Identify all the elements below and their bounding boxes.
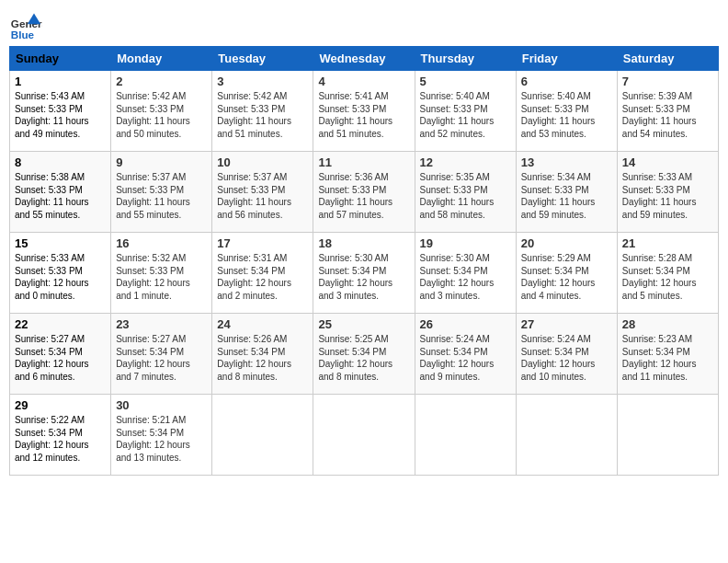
cell-content: Sunrise: 5:42 AMSunset: 5:33 PMDaylight:… — [217, 91, 291, 139]
cell-content: Sunrise: 5:28 AMSunset: 5:34 PMDaylight:… — [622, 253, 697, 301]
header-sunday: Sunday — [10, 47, 111, 71]
day-number: 18 — [318, 236, 409, 250]
calendar-cell: 18 Sunrise: 5:30 AMSunset: 5:34 PMDaylig… — [313, 233, 415, 314]
cell-content: Sunrise: 5:30 AMSunset: 5:34 PMDaylight:… — [318, 253, 392, 301]
day-number: 19 — [420, 236, 511, 250]
cell-content: Sunrise: 5:40 AMSunset: 5:33 PMDaylight:… — [420, 91, 495, 139]
calendar-cell: 13 Sunrise: 5:34 AMSunset: 5:33 PMDaylig… — [516, 152, 617, 233]
cell-content: Sunrise: 5:32 AMSunset: 5:33 PMDaylight:… — [116, 253, 190, 301]
calendar-cell: 9 Sunrise: 5:37 AMSunset: 5:33 PMDayligh… — [111, 152, 212, 233]
header-saturday: Saturday — [617, 47, 718, 71]
calendar-cell: 3 Sunrise: 5:42 AMSunset: 5:33 PMDayligh… — [212, 71, 313, 152]
cell-content: Sunrise: 5:37 AMSunset: 5:33 PMDaylight:… — [116, 172, 190, 220]
day-number: 25 — [318, 317, 409, 331]
cell-content: Sunrise: 5:29 AMSunset: 5:34 PMDaylight:… — [521, 253, 596, 301]
calendar-cell: 15 Sunrise: 5:33 AMSunset: 5:33 PMDaylig… — [10, 233, 111, 314]
cell-content: Sunrise: 5:30 AMSunset: 5:34 PMDaylight:… — [420, 253, 495, 301]
calendar-cell: 2 Sunrise: 5:42 AMSunset: 5:33 PMDayligh… — [111, 71, 212, 152]
day-number: 23 — [116, 317, 207, 331]
calendar-cell: 19 Sunrise: 5:30 AMSunset: 5:34 PMDaylig… — [415, 233, 516, 314]
cell-content: Sunrise: 5:42 AMSunset: 5:33 PMDaylight:… — [116, 91, 190, 139]
calendar-cell: 28 Sunrise: 5:23 AMSunset: 5:34 PMDaylig… — [617, 314, 718, 395]
calendar-cell: 8 Sunrise: 5:38 AMSunset: 5:33 PMDayligh… — [10, 152, 111, 233]
cell-content: Sunrise: 5:34 AMSunset: 5:33 PMDaylight:… — [521, 172, 596, 220]
logo: General Blue — [9, 9, 42, 42]
day-number: 20 — [521, 236, 612, 250]
day-number: 22 — [15, 317, 106, 331]
cell-content: Sunrise: 5:27 AMSunset: 5:34 PMDaylight:… — [15, 334, 89, 382]
day-number: 29 — [15, 398, 106, 412]
day-number: 12 — [420, 155, 511, 169]
calendar-week-3: 15 Sunrise: 5:33 AMSunset: 5:33 PMDaylig… — [10, 233, 719, 314]
logo-icon: General Blue — [9, 9, 42, 42]
day-number: 8 — [15, 155, 106, 169]
calendar-cell: 21 Sunrise: 5:28 AMSunset: 5:34 PMDaylig… — [617, 233, 718, 314]
calendar-cell: 14 Sunrise: 5:33 AMSunset: 5:33 PMDaylig… — [617, 152, 718, 233]
calendar-week-1: 1 Sunrise: 5:43 AMSunset: 5:33 PMDayligh… — [10, 71, 719, 152]
calendar-cell: 20 Sunrise: 5:29 AMSunset: 5:34 PMDaylig… — [516, 233, 617, 314]
day-number: 10 — [217, 155, 308, 169]
calendar-cell: 12 Sunrise: 5:35 AMSunset: 5:33 PMDaylig… — [415, 152, 516, 233]
cell-content: Sunrise: 5:33 AMSunset: 5:33 PMDaylight:… — [622, 172, 697, 220]
calendar-week-4: 22 Sunrise: 5:27 AMSunset: 5:34 PMDaylig… — [10, 314, 719, 395]
day-number: 7 — [622, 75, 713, 88]
header-friday: Friday — [516, 47, 617, 71]
calendar-cell: 7 Sunrise: 5:39 AMSunset: 5:33 PMDayligh… — [617, 71, 718, 152]
header-thursday: Thursday — [415, 47, 516, 71]
day-number: 9 — [116, 155, 207, 169]
calendar-table: SundayMondayTuesdayWednesdayThursdayFrid… — [9, 46, 719, 476]
day-number: 11 — [318, 155, 409, 169]
calendar-cell — [415, 395, 516, 476]
cell-content: Sunrise: 5:26 AMSunset: 5:34 PMDaylight:… — [217, 334, 291, 382]
cell-content: Sunrise: 5:23 AMSunset: 5:34 PMDaylight:… — [622, 334, 697, 382]
cell-content: Sunrise: 5:31 AMSunset: 5:34 PMDaylight:… — [217, 253, 291, 301]
calendar-cell: 16 Sunrise: 5:32 AMSunset: 5:33 PMDaylig… — [111, 233, 212, 314]
calendar-cell: 1 Sunrise: 5:43 AMSunset: 5:33 PMDayligh… — [10, 71, 111, 152]
calendar-cell: 10 Sunrise: 5:37 AMSunset: 5:33 PMDaylig… — [212, 152, 313, 233]
calendar-cell: 11 Sunrise: 5:36 AMSunset: 5:33 PMDaylig… — [313, 152, 415, 233]
calendar-cell — [212, 395, 313, 476]
day-number: 4 — [318, 75, 409, 88]
calendar-cell: 22 Sunrise: 5:27 AMSunset: 5:34 PMDaylig… — [10, 314, 111, 395]
cell-content: Sunrise: 5:43 AMSunset: 5:33 PMDaylight:… — [15, 91, 89, 139]
calendar-cell: 26 Sunrise: 5:24 AMSunset: 5:34 PMDaylig… — [415, 314, 516, 395]
cell-content: Sunrise: 5:37 AMSunset: 5:33 PMDaylight:… — [217, 172, 291, 220]
cell-content: Sunrise: 5:25 AMSunset: 5:34 PMDaylight:… — [318, 334, 392, 382]
calendar-header-row: SundayMondayTuesdayWednesdayThursdayFrid… — [10, 47, 719, 71]
calendar-cell — [313, 395, 415, 476]
day-number: 2 — [116, 75, 207, 88]
cell-content: Sunrise: 5:39 AMSunset: 5:33 PMDaylight:… — [622, 91, 697, 139]
calendar-cell — [617, 395, 718, 476]
calendar-cell: 4 Sunrise: 5:41 AMSunset: 5:33 PMDayligh… — [313, 71, 415, 152]
svg-text:Blue: Blue — [11, 29, 35, 40]
cell-content: Sunrise: 5:41 AMSunset: 5:33 PMDaylight:… — [318, 91, 392, 139]
day-number: 24 — [217, 317, 308, 331]
day-number: 26 — [420, 317, 511, 331]
calendar-cell: 23 Sunrise: 5:27 AMSunset: 5:34 PMDaylig… — [111, 314, 212, 395]
calendar-cell: 25 Sunrise: 5:25 AMSunset: 5:34 PMDaylig… — [313, 314, 415, 395]
cell-content: Sunrise: 5:27 AMSunset: 5:34 PMDaylight:… — [116, 334, 190, 382]
cell-content: Sunrise: 5:40 AMSunset: 5:33 PMDaylight:… — [521, 91, 596, 139]
day-number: 3 — [217, 75, 308, 88]
calendar-cell: 30 Sunrise: 5:21 AMSunset: 5:34 PMDaylig… — [111, 395, 212, 476]
header-monday: Monday — [111, 47, 212, 71]
day-number: 14 — [622, 155, 713, 169]
day-number: 21 — [622, 236, 713, 250]
day-number: 27 — [521, 317, 612, 331]
calendar-cell — [516, 395, 617, 476]
day-number: 6 — [521, 75, 612, 88]
calendar-week-5: 29 Sunrise: 5:22 AMSunset: 5:34 PMDaylig… — [10, 395, 719, 476]
day-number: 15 — [15, 236, 106, 250]
day-number: 30 — [116, 398, 207, 412]
cell-content: Sunrise: 5:24 AMSunset: 5:34 PMDaylight:… — [521, 334, 596, 382]
calendar-cell: 17 Sunrise: 5:31 AMSunset: 5:34 PMDaylig… — [212, 233, 313, 314]
calendar-cell: 5 Sunrise: 5:40 AMSunset: 5:33 PMDayligh… — [415, 71, 516, 152]
day-number: 28 — [622, 317, 713, 331]
day-number: 13 — [521, 155, 612, 169]
cell-content: Sunrise: 5:22 AMSunset: 5:34 PMDaylight:… — [15, 415, 89, 463]
calendar-cell: 27 Sunrise: 5:24 AMSunset: 5:34 PMDaylig… — [516, 314, 617, 395]
calendar-cell: 29 Sunrise: 5:22 AMSunset: 5:34 PMDaylig… — [10, 395, 111, 476]
cell-content: Sunrise: 5:33 AMSunset: 5:33 PMDaylight:… — [15, 253, 89, 301]
cell-content: Sunrise: 5:24 AMSunset: 5:34 PMDaylight:… — [420, 334, 495, 382]
cell-content: Sunrise: 5:35 AMSunset: 5:33 PMDaylight:… — [420, 172, 495, 220]
